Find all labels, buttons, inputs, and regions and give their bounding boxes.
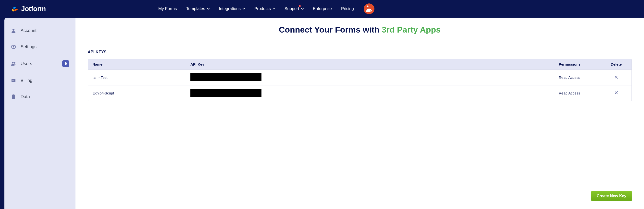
api-keys-table: Name API Key Permissions Delete Ian - Te… (88, 59, 386, 101)
logo[interactable]: Jotform (12, 5, 46, 13)
svg-point-8 (12, 62, 14, 64)
logo-text: Jotform (21, 5, 46, 13)
table-row: Exhibit-Script Read Access (88, 85, 386, 101)
logo-icon (12, 6, 18, 12)
sidebar-item-label: Data (20, 94, 30, 99)
svg-point-9 (14, 62, 16, 64)
avatar[interactable]: M (364, 3, 374, 14)
cell-name: Ian - Test (88, 70, 186, 85)
cell-key (186, 70, 386, 85)
svg-rect-1 (13, 6, 16, 9)
svg-rect-0 (12, 9, 14, 11)
table-row: Ian - Test Read Access (88, 70, 386, 85)
notification-dot-icon (299, 5, 301, 7)
svg-point-5 (370, 8, 372, 9)
sidebar: Account Settings Users Billing (4, 18, 76, 125)
database-icon (11, 94, 16, 99)
sidebar-item-label: Billing (20, 78, 32, 83)
nav-enterprise[interactable]: Enterprise (313, 6, 332, 11)
svg-text:M: M (370, 9, 373, 13)
page-title: Connect Your Forms with 3rd Party Apps (88, 25, 386, 34)
sidebar-item-data[interactable]: Data (4, 89, 76, 105)
sidebar-item-label: Account (20, 28, 36, 33)
person-icon (11, 28, 16, 33)
rocket-badge-icon (62, 60, 69, 67)
gear-icon (11, 44, 16, 49)
sidebar-item-settings[interactable]: Settings (4, 39, 76, 55)
nav-integrations[interactable]: Integrations (219, 6, 245, 11)
cell-name: Exhibit-Script (88, 85, 186, 101)
nav-templates[interactable]: Templates (186, 6, 210, 11)
chevron-down-icon (301, 7, 304, 10)
divider (302, 38, 386, 38)
chevron-down-icon (273, 7, 275, 10)
cell-key (186, 85, 386, 101)
svg-rect-12 (12, 80, 14, 81)
svg-point-4 (367, 6, 368, 7)
nav-support[interactable]: Support (284, 6, 304, 11)
table-header-row: Name API Key Permissions Delete (88, 59, 386, 70)
sidebar-item-users[interactable]: Users (4, 55, 76, 72)
sidebar-item-label: Users (20, 61, 32, 66)
redacted-key (190, 73, 262, 81)
nav-pricing[interactable]: Pricing (341, 6, 354, 11)
col-header-name: Name (88, 59, 186, 70)
nav-my-forms[interactable]: My Forms (158, 6, 177, 11)
chevron-down-icon (242, 7, 245, 10)
redacted-key (190, 89, 262, 97)
sidebar-item-label: Settings (20, 44, 36, 49)
sidebar-item-account[interactable]: Account (4, 22, 76, 39)
main-content: Connect Your Forms with 3rd Party Apps A… (76, 18, 386, 125)
users-icon (11, 61, 16, 66)
svg-rect-2 (14, 8, 18, 11)
chevron-down-icon (207, 7, 210, 10)
svg-rect-11 (12, 80, 14, 80)
nav-products[interactable]: Products (254, 6, 275, 11)
col-header-key: API Key (186, 59, 386, 70)
section-label: API KEYS (88, 50, 386, 54)
sidebar-item-billing[interactable]: Billing (4, 72, 76, 89)
billing-icon (11, 78, 16, 83)
svg-point-7 (12, 29, 14, 31)
